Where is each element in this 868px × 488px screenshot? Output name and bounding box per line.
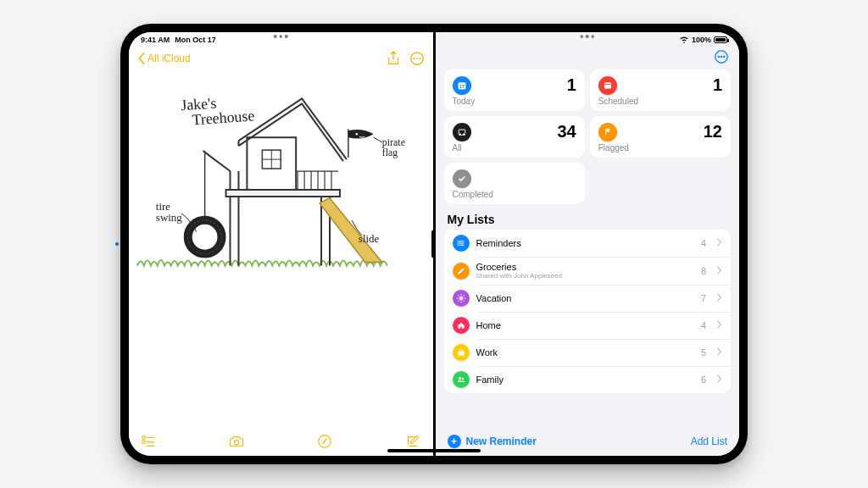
calendar-icon: [598, 76, 617, 95]
my-lists: Reminders4GroceriesShared with John Appl…: [436, 230, 740, 393]
multitask-dots-right[interactable]: [581, 35, 595, 38]
list-row[interactable]: Vacation7: [444, 285, 732, 312]
svg-line-50: [463, 301, 464, 302]
list-icon: [453, 371, 470, 388]
label-tire-swing-text: tireswing: [156, 200, 182, 224]
svg-line-51: [463, 296, 464, 297]
new-reminder-button[interactable]: + New Reminder: [448, 435, 537, 448]
smart-label: Scheduled: [598, 97, 722, 106]
flag-icon: [598, 123, 617, 141]
list-name: Reminders: [476, 238, 694, 248]
svg-point-27: [235, 440, 239, 444]
svg-line-52: [458, 301, 459, 302]
calendar-today-icon: 17: [453, 76, 471, 95]
list-title: Vacation: [476, 293, 694, 303]
plus-circle-icon: +: [448, 435, 461, 448]
note-canvas[interactable]: Jake'sTreehouse tireswing slide piratefl…: [129, 69, 433, 427]
list-count: 8: [701, 266, 706, 276]
smart-label: Flagged: [598, 143, 722, 152]
svg-line-49: [458, 296, 459, 297]
list-name: Groceries: [476, 262, 694, 272]
back-label: All iCloud: [147, 53, 191, 64]
chevron-right-icon: [716, 238, 722, 248]
ipad-device-frame: 9:41 AM Mon Oct 17 100%: [120, 24, 748, 464]
list-icon: [453, 235, 470, 252]
multitask-dots-left[interactable]: [274, 35, 288, 38]
smart-list-scheduled[interactable]: 1 Scheduled: [590, 69, 731, 111]
screen: 9:41 AM Mon Oct 17 100%: [129, 32, 739, 456]
drawing-treehouse: Jake'sTreehouse tireswing slide piratefl…: [129, 69, 433, 290]
svg-point-55: [461, 378, 463, 380]
svg-point-24: [142, 441, 146, 444]
list-row[interactable]: Work5: [444, 339, 732, 366]
svg-text:17: 17: [459, 84, 465, 89]
smart-count: 1: [567, 76, 576, 93]
smart-label: All: [453, 143, 576, 152]
chevron-right-icon: [716, 347, 722, 358]
svg-point-42: [457, 242, 458, 243]
svg-rect-53: [458, 352, 465, 356]
smart-label: Today: [453, 97, 576, 106]
home-indicator[interactable]: [387, 449, 481, 452]
camera-icon[interactable]: [229, 434, 244, 449]
share-icon[interactable]: [386, 51, 401, 66]
list-name: Work: [476, 347, 694, 358]
smart-list-completed[interactable]: Completed: [444, 163, 585, 204]
add-list-button[interactable]: Add List: [691, 435, 727, 447]
smart-list-today[interactable]: 17 1 Today: [444, 69, 585, 111]
svg-point-2: [416, 58, 418, 59]
smart-list-flagged[interactable]: 12 Flagged: [590, 116, 731, 158]
list-row[interactable]: Home4: [444, 312, 732, 339]
reminders-bottom-bar: + New Reminder Add List: [436, 427, 740, 456]
more-icon[interactable]: [409, 51, 425, 66]
reminders-pane: 17 1 Today 1 S: [436, 32, 740, 456]
svg-point-30: [718, 56, 720, 58]
chevron-right-icon: [716, 320, 722, 330]
compose-icon[interactable]: [405, 434, 420, 449]
label-slide-text: slide: [359, 232, 380, 245]
list-title: Home: [476, 320, 694, 330]
more-icon[interactable]: [714, 49, 729, 64]
svg-point-54: [459, 377, 461, 380]
smart-count: 34: [558, 123, 576, 140]
list-icon: [453, 317, 470, 334]
svg-point-1: [413, 58, 415, 59]
list-count: 4: [701, 320, 706, 330]
camera-indicator: [115, 242, 119, 246]
label-pirate-flag-text: pirateflag: [382, 136, 405, 158]
markup-icon[interactable]: [317, 434, 332, 449]
svg-rect-36: [604, 82, 611, 89]
chevron-right-icon: [716, 293, 722, 303]
list-name: Family: [476, 374, 694, 385]
svg-point-3: [419, 58, 420, 59]
smart-label: Completed: [453, 190, 576, 199]
list-icon: [453, 344, 470, 361]
list-row[interactable]: GroceriesShared with John Appleseed8: [444, 257, 732, 285]
smart-count: 1: [713, 76, 722, 93]
chevron-right-icon: [716, 266, 722, 276]
list-count: 7: [701, 293, 706, 303]
smart-list-all[interactable]: 34 All: [444, 116, 585, 158]
list-row[interactable]: Reminders4: [444, 230, 732, 257]
list-count: 5: [701, 347, 706, 358]
svg-point-31: [721, 56, 722, 58]
list-icon: [453, 263, 470, 280]
svg-point-44: [459, 297, 463, 301]
back-button[interactable]: All iCloud: [137, 53, 191, 64]
chevron-right-icon: [716, 374, 722, 385]
my-lists-heading: My Lists: [436, 204, 740, 230]
checklist-icon[interactable]: [141, 434, 156, 449]
list-title: GroceriesShared with John Appleseed: [476, 262, 694, 280]
list-subtitle: Shared with John Appleseed: [476, 272, 694, 280]
svg-point-43: [457, 245, 458, 246]
list-title: Work: [476, 347, 694, 358]
smart-lists-grid: 17 1 Today 1 S: [436, 66, 740, 204]
list-name: Home: [476, 320, 694, 330]
svg-point-41: [457, 241, 458, 241]
list-title: Reminders: [476, 238, 694, 248]
list-count: 6: [701, 374, 706, 385]
list-row[interactable]: Family6: [444, 366, 732, 393]
drawing-title-text: Jake'sTreehouse: [181, 92, 255, 129]
add-list-label: Add List: [691, 435, 727, 447]
svg-point-32: [723, 56, 725, 58]
